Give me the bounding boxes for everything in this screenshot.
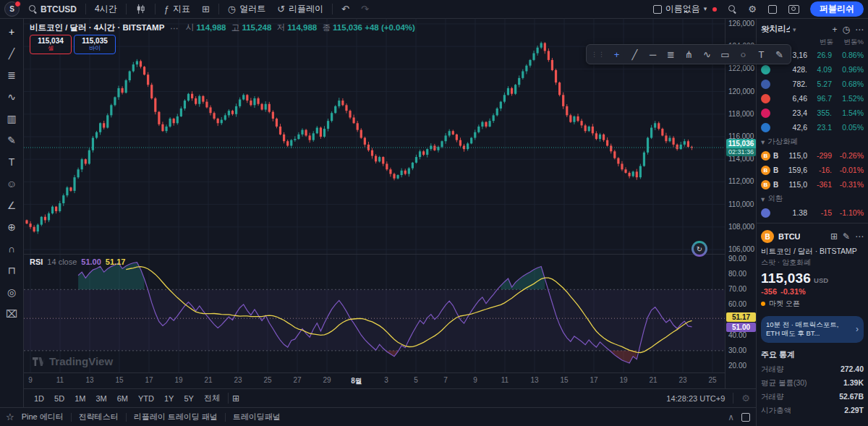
replay-label: 리플레이 [289, 3, 323, 15]
watchlist-row[interactable]: BB115,0-361-0.31% [757, 177, 868, 192]
watchlist-row[interactable]: 6,4696.71.52% [757, 91, 868, 106]
watchlist-row[interactable]: BB159,6-16.-0.01% [757, 163, 868, 177]
range-button-ytd[interactable]: YTD [134, 393, 158, 404]
redo-button[interactable]: ↷ [356, 2, 374, 17]
trend-line-icon[interactable]: ╱ [626, 47, 644, 62]
cross-cursor-icon[interactable]: + [608, 47, 626, 62]
rectangle-icon[interactable]: ▭ [716, 47, 734, 62]
buy-button[interactable]: 115,035 바이 [74, 35, 116, 54]
text-tool[interactable]: T [2, 153, 21, 171]
forecast-tool[interactable]: ▥ [2, 109, 21, 128]
range-button-3m[interactable]: 3M [91, 393, 111, 404]
watchlist-row[interactable]: 428.4.090.96% [757, 62, 868, 77]
hide-drawings-tool[interactable]: ◎ [2, 283, 21, 302]
indicators-button[interactable]: ƒ 지표 [159, 2, 195, 17]
range-button-전체[interactable]: 전체 [200, 391, 224, 405]
compose-icon[interactable]: ✎ [843, 231, 850, 242]
watchlist-row[interactable]: 1.38-15-1.10% [757, 205, 868, 220]
watchlist-row[interactable]: 782.5.270.68% [757, 77, 868, 91]
replay-button[interactable]: ↺ 리플레이 [272, 2, 328, 17]
floating-drawing-toolbar[interactable]: ⋮⋮ +╱─≣⋔∿▭○T✎ [586, 44, 791, 64]
stat-value: 1.39K [843, 378, 864, 388]
measure-tool[interactable]: ∠ [2, 196, 21, 215]
alert-button[interactable]: ◷ 얼러트 [223, 2, 271, 17]
rsi-pane-canvas[interactable] [24, 255, 725, 372]
range-button-6m[interactable]: 6M [113, 393, 132, 404]
settings-button[interactable]: ⚙ [743, 2, 762, 17]
layout-name-button[interactable]: 이름없음 ▾ [648, 2, 723, 17]
legend-more-icon[interactable]: ⋯ [170, 23, 179, 33]
fib-retracement-tool[interactable]: ≣ [2, 66, 21, 85]
chart-style-button[interactable] [130, 2, 151, 17]
parallel-channel-icon[interactable]: ≣ [662, 47, 680, 62]
trend-line-tool[interactable]: ╱ [2, 44, 21, 63]
more-options-icon[interactable]: ⋯ [855, 231, 864, 242]
bitcoin-icon: B [761, 230, 774, 243]
calendar-icon[interactable]: ⊞ [232, 394, 239, 403]
favorites-star-icon[interactable]: ☆ [6, 412, 14, 422]
wave-icon[interactable]: ∿ [698, 47, 716, 62]
chart-legend[interactable]: 비트코인 / 달러 · 4시간 · BITSTAMP ⋯ 시 114,988 고… [30, 22, 415, 33]
symbol-search-button[interactable]: BTCUSD [24, 2, 82, 17]
drag-handle[interactable]: ⋮⋮ [589, 51, 608, 58]
watchlist-title[interactable]: 왓치리스트 [761, 24, 790, 35]
templates-button[interactable]: ⊞ [197, 2, 215, 17]
symbol-icon [761, 208, 770, 218]
range-button-1m[interactable]: 1M [70, 393, 90, 404]
watchlist-row[interactable]: 42,623.10.05% [757, 120, 868, 135]
symbol-card-name[interactable]: BTCUSD [778, 232, 800, 241]
lock-tool[interactable]: ⊓ [2, 261, 21, 280]
ellipse-icon[interactable]: ○ [734, 47, 752, 62]
magnet-tool[interactable]: ∩ [2, 239, 21, 258]
zoom-tool[interactable]: ⊕ [2, 218, 21, 237]
emoji-tool[interactable]: ☺ [2, 174, 21, 193]
chart-action-button[interactable]: ↻ [692, 241, 707, 257]
undo-button[interactable]: ↶ [336, 2, 354, 17]
snapshot-button[interactable] [783, 2, 804, 17]
panel-tab-3[interactable]: 트레이딩패널 [233, 412, 281, 422]
quick-search-button[interactable] [723, 2, 741, 17]
range-button-5d[interactable]: 5D [50, 393, 69, 404]
user-avatar[interactable]: S [4, 1, 20, 17]
pitchfork-icon[interactable]: ⋔ [680, 47, 698, 62]
watchlist-row[interactable]: 23,4355.1.54% [757, 106, 868, 120]
scale-settings-icon[interactable]: ⚙ [741, 393, 750, 403]
price-scale[interactable]: 115,036 02:31:36 51.17 51.00 126,000124,… [725, 19, 756, 388]
more-options-icon[interactable]: ⋯ [855, 25, 864, 35]
panel-tab-1[interactable]: 전략테스터 [79, 412, 119, 422]
watchlist-section-header[interactable]: ▾가상화폐 [757, 135, 868, 148]
col-change[interactable]: 변동 [810, 38, 833, 47]
maximize-panel-icon[interactable] [741, 413, 750, 422]
brush-icon[interactable]: ✎ [770, 47, 788, 62]
time-axis-label: 11 [51, 376, 69, 384]
panel-tab-0[interactable]: Pine 에디터 [22, 412, 64, 422]
range-button-1y[interactable]: 1Y [160, 393, 178, 404]
text-icon[interactable]: T [752, 47, 770, 62]
time-axis[interactable]: 9111315171921232527298월35791113151719212… [24, 372, 725, 389]
range-button-1d[interactable]: 1D [30, 393, 48, 404]
clock-icon[interactable]: ◷ [843, 25, 850, 35]
range-button-5y[interactable]: 5Y [179, 393, 197, 404]
crosshair-tool[interactable]: + [2, 22, 21, 41]
col-change-pct[interactable]: 변동% [833, 38, 864, 47]
watchlist-row[interactable]: BB115,0-299-0.26% [757, 148, 868, 163]
horizontal-line-icon[interactable]: ─ [644, 47, 662, 62]
panel-tab-2[interactable]: 리플레이 트레이딩 패널 [134, 412, 218, 422]
delete-tool[interactable]: ⌧ [2, 304, 21, 323]
chevron-down-icon[interactable]: ▾ [793, 26, 796, 33]
pane-separator[interactable] [24, 254, 725, 255]
news-card[interactable]: 10분 전 · 매트릭스포트, ETH 매도 후 BT... › [761, 316, 864, 343]
sell-button[interactable]: 115,034 셀 [30, 35, 72, 54]
brush-tool[interactable]: ✎ [2, 131, 21, 150]
clock-time[interactable]: 14:28:23 UTC+9 [666, 394, 725, 403]
collapse-panel-icon[interactable]: ∧ [728, 412, 734, 422]
add-symbol-icon[interactable]: + [833, 25, 838, 35]
pattern-tool[interactable]: ∿ [2, 88, 21, 106]
rsi-legend[interactable]: RSI 14 close 51.00 51.17 [30, 257, 125, 266]
publish-button[interactable]: 퍼블리쉬 [810, 1, 864, 17]
fullscreen-button[interactable] [763, 2, 782, 17]
interval-button[interactable]: 4시간 [90, 2, 122, 17]
watchlist-section-header[interactable]: ▾외환 [757, 192, 868, 205]
layout-grid-icon[interactable]: ⊞ [830, 231, 838, 242]
stat-value: 272.40 [841, 365, 864, 375]
